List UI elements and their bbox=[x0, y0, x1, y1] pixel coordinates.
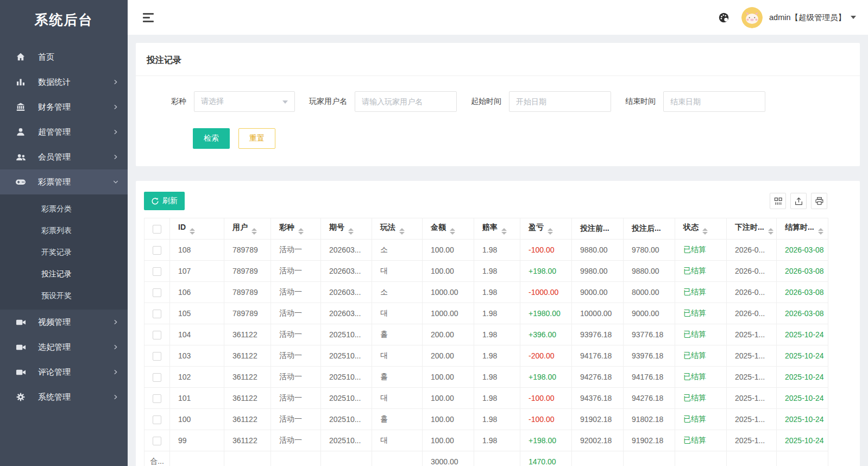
end-date-input[interactable] bbox=[663, 91, 765, 112]
cell-status: 已结算 bbox=[675, 430, 727, 451]
summary-cell-issue bbox=[321, 451, 372, 466]
start-time-label: 起始时间 bbox=[471, 97, 501, 106]
filter-buttons: 检索 重置 bbox=[136, 112, 860, 166]
reset-button[interactable]: 重置 bbox=[238, 128, 275, 149]
palette-icon[interactable] bbox=[718, 12, 729, 23]
cell-id: 100 bbox=[170, 409, 224, 430]
table-row: 107789789活动一202603...대100.001.98+198.009… bbox=[144, 261, 828, 282]
sort-icon[interactable] bbox=[702, 228, 708, 235]
row-checkbox[interactable] bbox=[153, 352, 161, 361]
sidebar-item-label: 首页 bbox=[38, 52, 119, 62]
submenu-item-0[interactable]: 彩票分类 bbox=[0, 198, 128, 219]
sidebar-item-lottery[interactable]: 彩票管理 bbox=[0, 169, 128, 194]
row-checkbox[interactable] bbox=[153, 331, 161, 339]
sidebar-item-home[interactable]: 首页 bbox=[0, 45, 128, 70]
column-label: 状态 bbox=[683, 223, 699, 231]
sort-icon[interactable] bbox=[251, 228, 257, 235]
sort-icon[interactable] bbox=[348, 228, 354, 235]
select-all-checkbox[interactable] bbox=[153, 225, 161, 234]
cell-settle_time: 2026-03-08 bbox=[777, 303, 828, 324]
sidebar-item-finance[interactable]: 财务管理 bbox=[0, 95, 128, 119]
sidebar-item-label: 评论管理 bbox=[38, 367, 112, 377]
sort-icon[interactable] bbox=[501, 228, 507, 235]
column-header-play[interactable]: 玩法 bbox=[372, 218, 423, 240]
row-select-cell bbox=[144, 367, 170, 388]
column-label: 投注前... bbox=[580, 224, 609, 232]
avatar[interactable] bbox=[741, 7, 763, 28]
submenu-item-2[interactable]: 开奖记录 bbox=[0, 241, 128, 263]
column-header-odds[interactable]: 赔率 bbox=[474, 218, 520, 240]
cell-amount: 100.00 bbox=[423, 388, 474, 409]
hamburger-menu-icon[interactable] bbox=[142, 11, 155, 24]
cell-profit: +396.00 bbox=[520, 324, 572, 345]
column-header-user[interactable]: 用户 bbox=[224, 218, 271, 240]
column-header-profit[interactable]: 盈亏 bbox=[520, 218, 572, 240]
row-checkbox[interactable] bbox=[153, 246, 161, 255]
columns-filter-button[interactable] bbox=[770, 193, 786, 209]
column-header-amount[interactable]: 金额 bbox=[423, 218, 474, 240]
sort-icon[interactable] bbox=[190, 228, 195, 235]
cell-odds: 1.98 bbox=[474, 303, 520, 324]
summary-cell-profit: 1470.00 bbox=[520, 451, 572, 466]
row-checkbox[interactable] bbox=[153, 267, 161, 276]
sidebar-item-label: 数据统计 bbox=[38, 77, 112, 87]
cell-bet_time: 2025-1... bbox=[727, 324, 777, 345]
column-header-settle_time[interactable]: 结算时... bbox=[777, 218, 828, 240]
cell-issue: 202510... bbox=[321, 430, 372, 451]
sidebar-item-system[interactable]: 系统管理 bbox=[0, 385, 128, 410]
sidebar-item-admins[interactable]: 超管管理 bbox=[0, 119, 128, 144]
select-all-cell bbox=[144, 218, 170, 240]
refresh-button[interactable]: 刷新 bbox=[144, 192, 185, 210]
submenu-item-1[interactable]: 彩票列表 bbox=[0, 219, 128, 241]
cell-settle_time: 2025-10-24 bbox=[777, 409, 828, 430]
cell-status: 已结算 bbox=[675, 261, 727, 282]
row-checkbox[interactable] bbox=[153, 373, 161, 382]
sidebar-item-stats[interactable]: 数据统计 bbox=[0, 70, 128, 95]
username-input[interactable] bbox=[355, 91, 457, 112]
row-checkbox[interactable] bbox=[153, 310, 161, 318]
lottery-select[interactable]: 请选择 bbox=[194, 91, 295, 112]
sidebar-item-comments[interactable]: 评论管理 bbox=[0, 360, 128, 385]
start-date-input[interactable] bbox=[509, 91, 611, 112]
submenu-item-3[interactable]: 投注记录 bbox=[0, 263, 128, 285]
cell-bet_time: 2026-0... bbox=[727, 240, 777, 261]
table-toolbar: 刷新 bbox=[144, 192, 852, 210]
cell-bet_time: 2025-1... bbox=[727, 430, 777, 451]
sidebar-item-members[interactable]: 会员管理 bbox=[0, 144, 128, 169]
sort-icon[interactable] bbox=[768, 228, 773, 235]
sort-icon[interactable] bbox=[399, 228, 405, 235]
search-button[interactable]: 检索 bbox=[193, 128, 230, 149]
sidebar-item-concubine[interactable]: 选妃管理 bbox=[0, 335, 128, 360]
table-row: 103361122活动一202510...대200.001.98-200.009… bbox=[144, 345, 828, 367]
sidebar-item-label: 彩票管理 bbox=[38, 177, 112, 187]
row-checkbox[interactable] bbox=[153, 437, 161, 445]
sidebar-item-video[interactable]: 视频管理 bbox=[0, 310, 128, 335]
row-checkbox[interactable] bbox=[153, 288, 161, 297]
print-button[interactable] bbox=[811, 193, 827, 209]
sort-icon[interactable] bbox=[298, 228, 304, 235]
main-area: admin【超级管理员】 投注记录 彩种 请选择 bbox=[128, 0, 868, 466]
cell-id: 107 bbox=[170, 261, 224, 282]
sort-icon[interactable] bbox=[548, 228, 553, 235]
sort-icon[interactable] bbox=[818, 228, 823, 235]
row-checkbox[interactable] bbox=[153, 394, 161, 403]
cell-user: 361122 bbox=[224, 367, 271, 388]
row-checkbox[interactable] bbox=[153, 415, 161, 424]
cell-play: 홀 bbox=[372, 367, 423, 388]
summary-cell-bet_time bbox=[727, 451, 777, 466]
column-header-issue[interactable]: 期号 bbox=[321, 218, 372, 240]
user-menu[interactable]: admin【超级管理员】 bbox=[769, 12, 846, 23]
column-label: 投注后... bbox=[632, 224, 661, 232]
columns-filter-icon bbox=[773, 197, 783, 206]
sort-icon[interactable] bbox=[450, 228, 455, 235]
column-header-id[interactable]: ID bbox=[170, 218, 224, 240]
cell-after: 8000.00 bbox=[624, 282, 675, 303]
cell-before: 9880.00 bbox=[572, 240, 624, 261]
column-header-bet_time[interactable]: 下注时... bbox=[727, 218, 777, 240]
print-icon bbox=[815, 197, 824, 206]
column-header-lottery[interactable]: 彩种 bbox=[271, 218, 321, 240]
submenu-item-4[interactable]: 预设开奖 bbox=[0, 285, 128, 306]
column-header-status[interactable]: 状态 bbox=[675, 218, 727, 240]
column-label: 金额 bbox=[431, 223, 446, 231]
export-button[interactable] bbox=[790, 193, 807, 209]
